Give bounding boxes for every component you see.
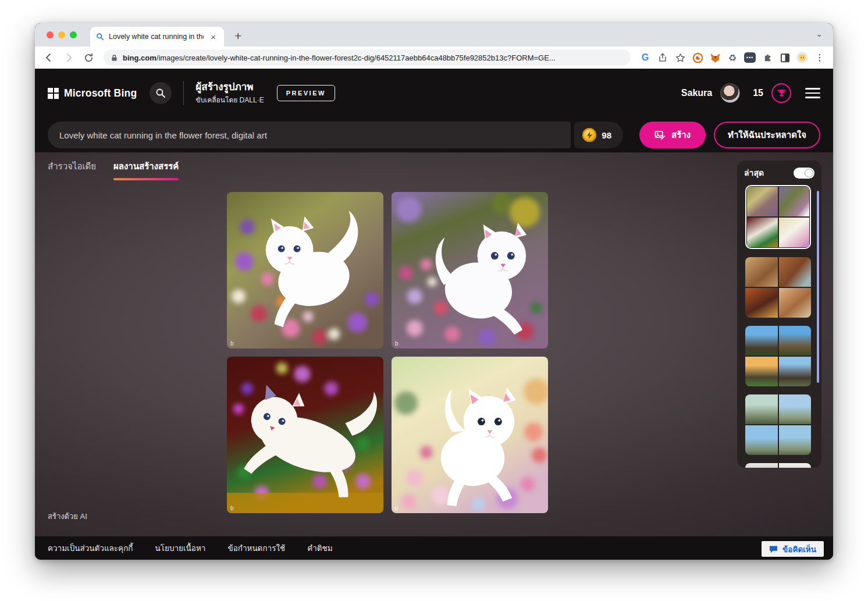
brand-name: Microsoft Bing bbox=[64, 87, 137, 99]
url-bar[interactable]: bing.com/images/create/lovely-white-cat-… bbox=[104, 49, 631, 66]
speech-bubble-icon bbox=[769, 545, 778, 553]
header-right: Sakura 15 bbox=[681, 83, 820, 103]
footer-link-content-policy[interactable]: นโยบายเนื้อหา bbox=[155, 542, 206, 554]
credits-count: 98 bbox=[602, 130, 611, 140]
tab-close-icon[interactable]: × bbox=[208, 31, 218, 42]
chrome-menu-icon[interactable]: ⋮ bbox=[812, 50, 827, 65]
extensions-puzzle-icon[interactable] bbox=[760, 50, 775, 65]
thumbnail-group-temples[interactable] bbox=[745, 326, 811, 386]
recent-creations-sidebar: ล่าสุด bbox=[737, 161, 821, 468]
generated-image-grid: b bbox=[227, 192, 548, 513]
surprise-me-button[interactable]: ทำให้ฉันประหลาดใจ bbox=[714, 122, 820, 148]
generated-image-1[interactable]: b bbox=[227, 192, 383, 348]
prompt-input[interactable] bbox=[48, 122, 571, 148]
browser-toolbar: bing.com/images/create/lovely-white-cat-… bbox=[35, 47, 833, 69]
url-text: bing.com/images/create/lovely-white-cat-… bbox=[123, 54, 556, 62]
tab-explore-ideas[interactable]: สำรวจไอเดีย bbox=[48, 159, 96, 176]
reload-icon[interactable] bbox=[80, 49, 97, 66]
profile-avatar-icon[interactable] bbox=[795, 50, 810, 65]
password-manager-icon[interactable]: ••• bbox=[742, 50, 757, 65]
tab-search-icon bbox=[96, 33, 104, 41]
header-divider bbox=[183, 81, 184, 105]
google-account-icon[interactable]: G bbox=[638, 50, 653, 65]
footer-link-feedback[interactable]: คำติชม bbox=[307, 542, 332, 554]
zoom-window-button[interactable] bbox=[70, 31, 77, 38]
bing-image-watermark: b bbox=[230, 340, 234, 347]
toolbar-extensions: G ♻ ••• bbox=[638, 50, 827, 65]
app-subtitle: ขับเคลื่อนโดย DALL·E bbox=[195, 94, 264, 105]
microsoft-logo-icon bbox=[48, 88, 59, 99]
create-image-icon bbox=[654, 130, 666, 141]
macos-traffic-lights bbox=[47, 31, 77, 38]
surprise-button-label: ทำให้ฉันประหลาดใจ bbox=[728, 130, 806, 140]
content-tabs: สำรวจไอเดีย ผลงานสร้างสรรค์ ? ความช่วยเห… bbox=[35, 152, 833, 183]
prompt-row: 98 สร้าง ทำให้ฉันประหลาดใจ bbox=[35, 118, 833, 152]
user-avatar[interactable] bbox=[720, 83, 740, 103]
generated-image-2[interactable]: b bbox=[392, 192, 548, 348]
password-dots: ••• bbox=[744, 52, 756, 63]
bookmark-star-icon[interactable] bbox=[673, 50, 688, 65]
screenshot-extension-icon[interactable] bbox=[690, 50, 705, 65]
tab-search-chevron-icon[interactable]: ⌄ bbox=[816, 29, 823, 38]
rewards-trophy-icon[interactable] bbox=[771, 83, 791, 103]
bing-image-watermark: b bbox=[395, 505, 399, 511]
thumbnail-group-cityscapes[interactable] bbox=[745, 394, 811, 455]
bing-app-header: Microsoft Bing ผู้สร้างรูปภาพ ขับเคลื่อน… bbox=[35, 69, 833, 118]
recycle-extension-icon[interactable]: ♻ bbox=[725, 50, 740, 65]
create-button[interactable]: สร้าง bbox=[639, 122, 706, 148]
boost-coin-icon bbox=[582, 128, 596, 142]
footer-link-terms[interactable]: ข้อกำหนดการใช้ bbox=[227, 542, 285, 554]
minimize-window-button[interactable] bbox=[58, 31, 65, 38]
lock-icon bbox=[111, 54, 118, 62]
feedback-button[interactable]: ข้อคิดเห็น bbox=[762, 541, 824, 557]
microsoft-bing-logo[interactable]: Microsoft Bing bbox=[48, 87, 137, 99]
sidebar-header: ล่าสุด bbox=[744, 166, 814, 179]
back-icon[interactable] bbox=[41, 49, 57, 66]
tab-title: Lovely white cat running in the bbox=[109, 33, 204, 41]
feedback-button-label: ข้อคิดเห็น bbox=[782, 543, 816, 556]
thumbnail-group-white-cats[interactable] bbox=[745, 185, 811, 249]
generated-image-4[interactable]: b bbox=[392, 357, 548, 513]
created-with-ai-label: สร้างด้วย AI bbox=[48, 510, 87, 522]
credits-pill: 98 bbox=[574, 122, 623, 148]
browser-tab[interactable]: Lovely white cat running in the × bbox=[90, 27, 224, 47]
app-title-block: ผู้สร้างรูปภาพ ขับเคลื่อนโดย DALL·E bbox=[195, 81, 264, 105]
bing-image-watermark: b bbox=[395, 340, 399, 347]
thumbnail-group-orange-cats[interactable] bbox=[745, 257, 811, 318]
main-content: สำรวจไอเดีย ผลงานสร้างสรรค์ ? ความช่วยเห… bbox=[35, 152, 833, 536]
share-icon[interactable] bbox=[655, 50, 670, 65]
sidebar-extension-icon[interactable] bbox=[777, 50, 792, 65]
sidebar-scrollbar[interactable] bbox=[817, 191, 819, 383]
close-window-button[interactable] bbox=[47, 31, 54, 38]
tab-strip: Lovely white cat running in the × + ⌄ bbox=[35, 23, 833, 47]
new-tab-button[interactable]: + bbox=[231, 29, 245, 43]
hamburger-menu-icon[interactable] bbox=[805, 88, 820, 98]
page-footer: ความเป็นส่วนตัวและคุกกี้ นโยบายเนื้อหา ข… bbox=[35, 536, 833, 560]
browser-window: Lovely white cat running in the × + ⌄ bi… bbox=[35, 23, 833, 560]
app-title: ผู้สร้างรูปภาพ bbox=[195, 81, 264, 93]
recent-toggle[interactable] bbox=[794, 168, 814, 179]
sidebar-title: ล่าสุด bbox=[744, 166, 764, 179]
footer-link-privacy[interactable]: ความเป็นส่วนตัวและคุกกี้ bbox=[48, 542, 133, 554]
metamask-fox-icon[interactable] bbox=[707, 50, 723, 65]
rewards-count: 15 bbox=[753, 88, 763, 98]
bing-image-watermark: b bbox=[230, 505, 234, 511]
preview-badge: PREVIEW bbox=[277, 85, 335, 101]
tab-creations[interactable]: ผลงานสร้างสรรค์ bbox=[113, 159, 179, 176]
url-host: bing.com bbox=[123, 54, 156, 62]
header-search-icon[interactable] bbox=[150, 82, 172, 104]
thumbnail-group-sketches[interactable] bbox=[745, 463, 811, 468]
create-button-label: สร้าง bbox=[671, 128, 691, 142]
url-path: /images/create/lovely-white-cat-running-… bbox=[156, 54, 556, 62]
generated-image-3[interactable]: b bbox=[227, 357, 383, 513]
forward-icon[interactable] bbox=[61, 49, 77, 66]
username[interactable]: Sakura bbox=[681, 88, 712, 98]
